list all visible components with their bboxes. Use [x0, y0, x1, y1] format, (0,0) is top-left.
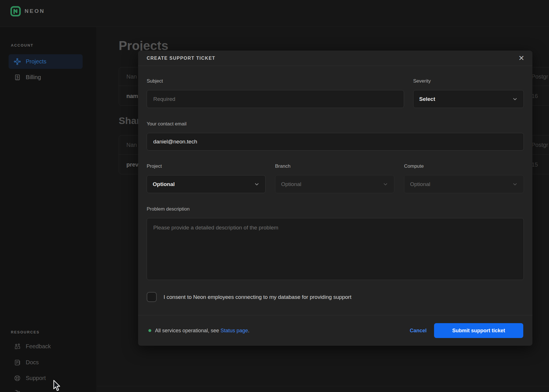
- subject-label: Subject: [147, 78, 404, 84]
- feedback-icon: [13, 343, 21, 350]
- severity-field: Severity Select: [413, 78, 524, 108]
- modal-footer: All services operational, see Status pag…: [138, 315, 532, 346]
- consent-row: I consent to Neon employees connecting t…: [147, 292, 351, 302]
- description-field: Problem description: [147, 206, 524, 281]
- svg-text:$: $: [16, 75, 18, 79]
- status-text-suffix: .: [248, 328, 249, 333]
- table-header-cell: Nan: [126, 142, 137, 148]
- compute-label: Compute: [404, 163, 524, 169]
- support-icon: [13, 374, 21, 382]
- severity-label: Severity: [413, 78, 524, 84]
- compute-field: Compute Optional: [404, 163, 524, 193]
- branch-value: Optional: [281, 181, 301, 187]
- sidebar-item-label: Support: [26, 375, 46, 381]
- sidebar-section-account: ACCOUNT: [11, 43, 33, 47]
- table-cell: prev: [126, 161, 138, 168]
- modal-header: CREATE SUPPORT TICKET ✕: [138, 51, 532, 66]
- severity-value: Select: [419, 96, 435, 102]
- projects-icon: [13, 58, 21, 65]
- sidebar-item-feedback[interactable]: Feedback: [9, 339, 83, 354]
- modal-title: CREATE SUPPORT TICKET: [147, 56, 215, 61]
- table-header-cell: Postgr: [532, 73, 548, 80]
- table-cell: 16: [532, 93, 538, 99]
- consent-checkbox[interactable]: [147, 292, 157, 302]
- compute-value: Optional: [410, 181, 430, 187]
- project-field: Project Optional: [147, 163, 266, 193]
- project-value: Optional: [153, 181, 175, 187]
- content-divider: [97, 386, 549, 386]
- branch-field: Branch Optional: [275, 163, 394, 193]
- sidebar-item-docs[interactable]: Docs: [9, 355, 83, 370]
- branch-select[interactable]: Optional: [275, 175, 394, 193]
- chevron-down-icon: [383, 181, 388, 187]
- sidebar-item-label: Docs: [26, 359, 39, 366]
- table-header-cell: Postgr: [532, 142, 548, 148]
- email-field: Your contact email: [147, 121, 524, 151]
- sidebar-item-support[interactable]: Support: [9, 371, 83, 385]
- neon-logo-icon[interactable]: [10, 6, 21, 18]
- chevron-down-icon: [512, 181, 518, 187]
- sidebar-item-projects[interactable]: Projects: [9, 54, 83, 69]
- status-text: All services operational, see Status pag…: [155, 328, 249, 334]
- shared-section-title: Shar: [119, 115, 140, 126]
- sidebar-item-billing[interactable]: $ Billing: [9, 70, 83, 85]
- status-dot-icon: [148, 329, 151, 332]
- status-text-prefix: All services operational, see: [155, 328, 220, 333]
- subject-field: Subject: [147, 78, 404, 108]
- cancel-button[interactable]: Cancel: [410, 328, 427, 334]
- severity-select[interactable]: Select: [413, 90, 524, 108]
- table-cell: nam: [126, 93, 138, 99]
- brand-wordmark: NEON: [25, 8, 45, 14]
- description-textarea[interactable]: [147, 218, 524, 280]
- sidebar-section-resources: RESOURCES: [11, 330, 39, 334]
- email-input[interactable]: [147, 133, 524, 151]
- table-header-cell: Nan: [126, 73, 137, 80]
- project-label: Project: [147, 163, 266, 169]
- billing-icon: $: [13, 73, 21, 81]
- compute-select[interactable]: Optional: [404, 175, 524, 193]
- create-support-ticket-modal: CREATE SUPPORT TICKET ✕ Subject Severity…: [138, 51, 532, 346]
- consent-label: I consent to Neon employees connecting t…: [164, 294, 351, 300]
- sidebar-item-label: Projects: [26, 58, 46, 65]
- partial-item-icon[interactable]: [13, 389, 21, 392]
- chevron-down-icon: [512, 96, 518, 102]
- email-label: Your contact email: [147, 121, 524, 127]
- submit-support-ticket-button[interactable]: Submit support ticket: [434, 323, 523, 338]
- status-page-link[interactable]: Status page: [220, 328, 248, 333]
- chevron-down-icon: [254, 181, 260, 187]
- sidebar-item-label: Feedback: [26, 343, 51, 350]
- description-label: Problem description: [147, 206, 524, 212]
- sidebar-item-label: Billing: [26, 74, 41, 81]
- sidebar: ACCOUNT Projects $ Billing RESOURCES: [0, 27, 97, 392]
- project-select[interactable]: Optional: [147, 175, 266, 193]
- docs-icon: [13, 359, 21, 366]
- subject-input[interactable]: [147, 90, 404, 108]
- close-icon[interactable]: ✕: [517, 53, 526, 63]
- branch-label: Branch: [275, 163, 394, 169]
- top-bar: NEON: [0, 0, 549, 27]
- table-cell: 15: [532, 161, 538, 168]
